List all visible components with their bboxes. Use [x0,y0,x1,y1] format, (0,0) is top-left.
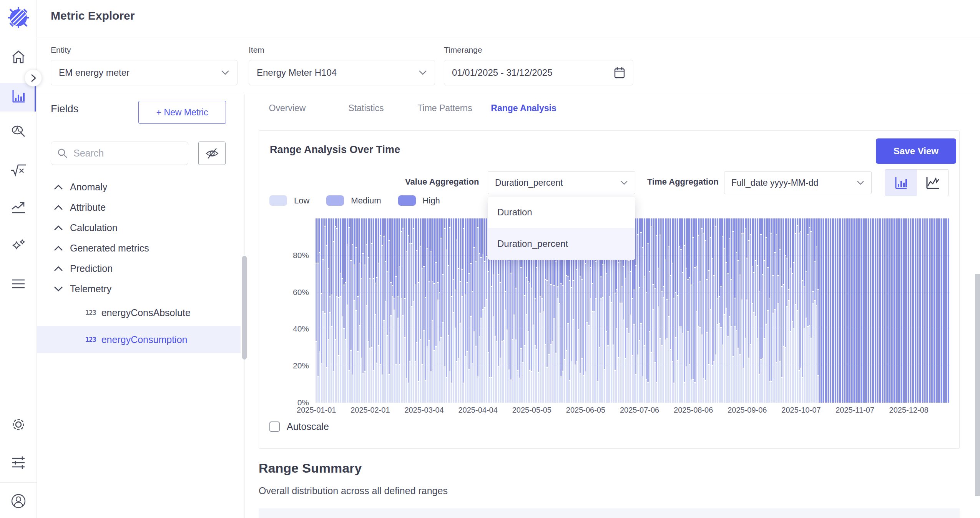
sidebar-item-menu[interactable] [10,275,27,292]
segment-medium [322,260,324,311]
segment-high [409,218,410,243]
segment-low [420,340,421,403]
segment-medium [493,275,494,316]
new-metric-button[interactable]: + New Metric [138,101,226,124]
segment-low [427,347,428,403]
hide-fields-button[interactable] [198,142,226,165]
search-input[interactable] [73,148,182,159]
stacked-bar [637,218,638,403]
field-group-prediction[interactable]: Prediction [37,258,241,279]
field-group-calculation[interactable]: Calculation [37,218,241,238]
fields-scrollbar[interactable] [242,256,247,360]
dropdown-option-duration_percent[interactable]: Duration_percent [488,228,635,260]
stacked-bar [656,218,657,403]
segment-high [930,218,932,403]
segment-medium [512,258,513,339]
segment-high [799,218,800,233]
segment-low [658,307,659,403]
stacked-bar [640,218,641,403]
field-energyConsumption[interactable]: 123energyConsumption [37,326,241,353]
timerange-value: 01/01/2025 - 31/12/2025 [452,67,553,78]
sidebar-item-ai-assist[interactable] [10,238,27,255]
stacked-bar [415,218,416,403]
x-tick-2025-03-04: 2025-03-04 [404,406,443,415]
bar-chart-icon [11,88,26,104]
segment-low [741,300,742,403]
segment-low [418,382,419,403]
segment-low [618,358,619,403]
tab-range-analysis[interactable]: Range Analysis [484,94,563,123]
stacked-bar [814,218,815,403]
timerange-input[interactable]: 01/01/2025 - 31/12/2025 [444,60,633,85]
segment-high [897,218,899,403]
segment-medium [595,262,596,298]
segment-medium [710,238,711,309]
segment-high [640,218,641,232]
sidebar-item-metric-explorer[interactable] [10,88,27,105]
value-aggregation-select[interactable]: Duration_percent [488,171,635,194]
stacked-bar [857,218,859,403]
stacked-bar [944,218,945,403]
stacked-bar [382,218,383,403]
segment-medium [333,242,334,371]
segment-high [880,218,881,403]
fields-tree: AnomalyAttributeCalculationGenerated met… [37,177,241,353]
segment-medium [440,238,442,337]
segment-low [800,368,801,403]
segment-high [470,218,471,263]
sidebar-expand-button[interactable] [25,69,42,87]
tab-overview[interactable]: Overview [248,94,327,123]
field-group-telemetry[interactable]: Telemetry [37,279,241,299]
segment-medium [698,236,699,326]
sidebar-item-calculation[interactable] [10,162,27,178]
line-chart-view-button[interactable] [917,170,949,196]
stacked-bar [804,218,805,403]
segment-high [904,218,905,403]
sidebar-item-home[interactable] [10,48,27,65]
sidebar-item-settings[interactable] [10,416,27,433]
item-select[interactable]: Energy Meter H104 [249,60,435,85]
save-view-button[interactable]: Save View [876,138,956,164]
time-aggregation-select[interactable]: Full_date yyyy-MM-dd [724,171,872,194]
tab-statistics[interactable]: Statistics [327,94,405,123]
segment-low [750,345,751,403]
segment-low [321,364,322,403]
segment-high [666,218,668,299]
segment-medium [502,259,503,341]
segment-medium [750,235,751,344]
segment-medium [757,266,758,338]
segment-medium [560,284,561,376]
segment-high [439,218,440,292]
sidebar-item-preferences[interactable] [10,454,27,471]
segment-high [809,218,810,227]
field-group-anomaly[interactable]: Anomaly [37,177,241,197]
field-group-attribute[interactable]: Attribute [37,197,241,218]
autoscale-checkbox[interactable] [269,421,280,432]
segment-low [394,310,395,403]
legend-swatch-low [269,195,287,206]
segment-high [779,218,781,249]
segment-medium [578,257,579,329]
header-divider [0,37,980,37]
tab-time-patterns[interactable]: Time Patterns [405,94,484,123]
entity-select[interactable]: EM energy meter [51,60,238,85]
sidebar-item-anomaly-search[interactable] [10,123,27,140]
field-energyConsAbsolute[interactable]: 123energyConsAbsolute [37,299,241,326]
app-logo-icon[interactable] [7,6,30,29]
sidebar-item-account[interactable] [10,493,27,510]
field-group-generated-metrics[interactable]: Generated metrics [37,238,241,258]
bar-chart-view-button[interactable] [885,170,917,196]
chevron-down-icon [857,180,864,185]
autoscale-control[interactable]: Autoscale [269,421,329,432]
segment-medium [640,233,641,323]
page-scrollbar[interactable] [975,274,980,496]
sidebar-item-trends[interactable] [10,199,27,216]
segment-high [375,218,376,283]
segment-low [727,336,728,403]
dropdown-option-duration[interactable]: Duration [488,197,635,228]
segment-low [371,348,372,403]
stacked-bar [917,218,918,403]
segment-medium [625,278,626,358]
stacked-bar [781,218,782,403]
segment-low [449,372,450,403]
